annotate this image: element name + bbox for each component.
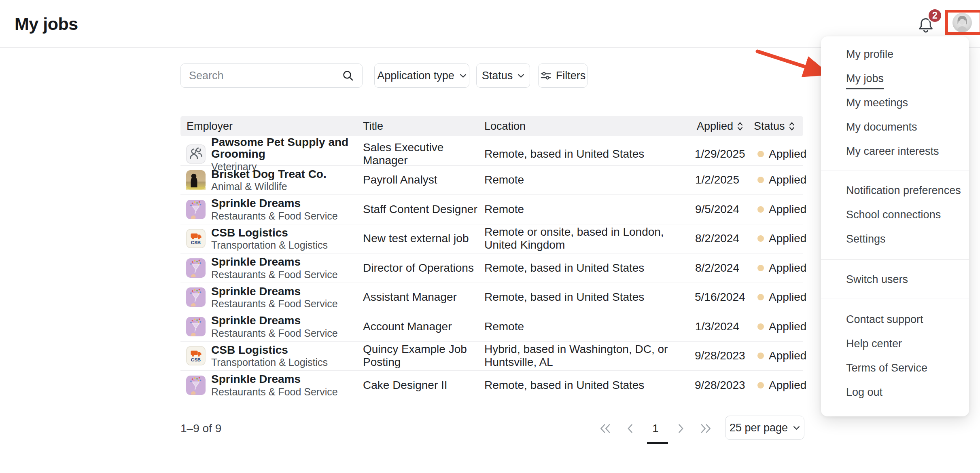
employer-text: Sprinkle Dreams Restaurants & Food Servi… xyxy=(211,315,338,338)
status-dropdown[interactable]: Status xyxy=(476,63,530,88)
job-location: Remote xyxy=(484,320,695,333)
previous-page-button[interactable] xyxy=(627,423,633,434)
employer-industry: Restaurants & Food Service xyxy=(211,386,338,397)
menu-item-my-documents[interactable]: My documents xyxy=(821,115,969,139)
status-cell: Applied xyxy=(751,262,803,275)
page-number[interactable]: 1 xyxy=(649,422,662,435)
table-row[interactable]: CSB Sprinkle Dreams Restaurants & Food S… xyxy=(180,371,803,400)
employer-text: Sprinkle Dreams Restaurants & Food Servi… xyxy=(211,256,338,280)
menu-item-contact-support[interactable]: Contact support xyxy=(821,307,969,332)
employer-name: Sprinkle Dreams xyxy=(211,285,338,297)
status-cell: Applied xyxy=(751,320,803,333)
job-title: Account Manager xyxy=(363,320,484,333)
table-row[interactable]: CSB Sprinkle Dreams Restaurants & Food S… xyxy=(180,195,803,224)
table-row[interactable]: CSB Brisket Dog Treat Co. Animal & Wildl… xyxy=(180,166,803,195)
notification-count-badge: 2 xyxy=(927,8,942,23)
first-page-button[interactable] xyxy=(600,423,611,434)
last-page-button[interactable] xyxy=(700,423,711,434)
employer-cell: CSB Pawsome Pet Supply and Grooming Vete… xyxy=(180,136,363,172)
menu-item-label: Terms of Service xyxy=(846,362,927,374)
status-label: Applied xyxy=(769,349,806,362)
search-box[interactable] xyxy=(180,63,363,88)
status-cell: Applied xyxy=(751,291,803,304)
menu-item-switch-users[interactable]: Switch users xyxy=(821,267,969,291)
status-header-label: Status xyxy=(754,120,785,133)
status-cell: Applied xyxy=(751,203,803,216)
employer-text: CSB Logistics Transportation & Logistics xyxy=(211,227,328,251)
employer-logo: CSB xyxy=(186,144,206,164)
menu-section: My profileMy jobsMy meetingsMy documents… xyxy=(821,36,969,171)
applied-date: 8/2/2024 xyxy=(695,232,751,245)
employer-text: Brisket Dog Treat Co. Animal & Wildlife xyxy=(211,168,327,192)
menu-item-settings[interactable]: Settings xyxy=(821,227,969,251)
application-type-label: Application type xyxy=(377,70,454,82)
menu-item-notification-preferences[interactable]: Notification preferences xyxy=(821,178,969,203)
job-title: New test external job xyxy=(363,232,484,245)
employer-text: Sprinkle Dreams Restaurants & Food Servi… xyxy=(211,285,338,309)
status-dot-icon xyxy=(757,177,764,183)
applied-date: 9/5/2024 xyxy=(695,203,751,216)
search-input[interactable] xyxy=(189,70,342,82)
menu-item-label: Switch users xyxy=(846,273,908,286)
table-row[interactable]: CSB CSB Logistics Transportation & Logis… xyxy=(180,224,803,254)
employer-logo: CSB xyxy=(186,346,206,365)
status-dot-icon xyxy=(757,353,764,359)
employer-name: Sprinkle Dreams xyxy=(211,197,338,209)
column-header-applied-sort[interactable]: Applied xyxy=(695,120,751,133)
menu-item-my-profile[interactable]: My profile xyxy=(821,42,969,66)
menu-item-terms-of-service[interactable]: Terms of Service xyxy=(821,356,969,380)
menu-item-my-jobs[interactable]: My jobs xyxy=(821,66,969,91)
column-header-location: Location xyxy=(484,120,695,133)
job-location: Remote xyxy=(484,203,695,216)
menu-item-label: My career interests xyxy=(846,145,939,158)
menu-section: Notification preferencesSchool connectio… xyxy=(821,171,969,259)
page-title: My jobs xyxy=(15,14,78,34)
filters-sliders-icon xyxy=(540,71,552,81)
table-row[interactable]: CSB Sprinkle Dreams Restaurants & Food S… xyxy=(180,312,803,342)
menu-item-label: Log out xyxy=(846,386,882,399)
job-title: Staff Content Designer xyxy=(363,203,484,216)
employer-name: CSB Logistics xyxy=(211,227,328,239)
job-location: Remote xyxy=(484,173,695,186)
status-dot-icon xyxy=(757,265,764,271)
sort-icon xyxy=(789,121,795,131)
employer-logo: CSB xyxy=(186,170,206,190)
status-dropdown-label: Status xyxy=(482,70,513,82)
table-row[interactable]: CSB Pawsome Pet Supply and Grooming Vete… xyxy=(180,136,803,166)
sort-icon xyxy=(737,121,743,131)
status-label: Applied xyxy=(769,232,806,245)
employer-logo: CSB xyxy=(186,200,206,219)
table-body: CSB Pawsome Pet Supply and Grooming Vete… xyxy=(180,136,803,400)
status-label: Applied xyxy=(769,203,806,216)
column-header-status-sort[interactable]: Status xyxy=(751,120,803,133)
employer-text: Sprinkle Dreams Restaurants & Food Servi… xyxy=(211,197,338,221)
table-row[interactable]: CSB Sprinkle Dreams Restaurants & Food S… xyxy=(180,283,803,313)
employer-name: Brisket Dog Treat Co. xyxy=(211,168,327,180)
menu-item-my-career-interests[interactable]: My career interests xyxy=(821,139,969,163)
menu-item-label: My meetings xyxy=(846,97,908,109)
chevron-down-icon xyxy=(460,74,467,78)
applied-date: 1/29/2025 xyxy=(695,148,751,160)
table-row[interactable]: CSB CSB Logistics Transportation & Logis… xyxy=(180,342,803,371)
employer-cell: CSB CSB Logistics Transportation & Logis… xyxy=(180,344,363,368)
my-jobs-page: My jobs 2 Application type Status xyxy=(0,0,980,473)
menu-item-my-meetings[interactable]: My meetings xyxy=(821,91,969,115)
job-title: Director of Operations xyxy=(363,262,484,275)
status-dot-icon xyxy=(757,235,764,242)
employer-cell: CSB Sprinkle Dreams Restaurants & Food S… xyxy=(180,256,363,280)
job-title: Cake Designer II xyxy=(363,379,484,392)
status-dot-icon xyxy=(757,206,764,213)
next-page-button[interactable] xyxy=(678,423,684,434)
table-row[interactable]: CSB Sprinkle Dreams Restaurants & Food S… xyxy=(180,253,803,283)
menu-item-school-connections[interactable]: School connections xyxy=(821,203,969,227)
employer-name: Sprinkle Dreams xyxy=(211,256,338,268)
filters-button[interactable]: Filters xyxy=(538,63,588,88)
page-size-select[interactable]: 25 per page xyxy=(725,416,804,440)
employer-cell: CSB Brisket Dog Treat Co. Animal & Wildl… xyxy=(180,168,363,192)
menu-section: Switch users xyxy=(821,259,969,298)
status-cell: Applied xyxy=(751,232,803,245)
menu-item-log-out[interactable]: Log out xyxy=(821,380,969,404)
menu-item-help-center[interactable]: Help center xyxy=(821,332,969,356)
application-type-dropdown[interactable]: Application type xyxy=(374,63,469,88)
status-label: Applied xyxy=(769,291,806,304)
